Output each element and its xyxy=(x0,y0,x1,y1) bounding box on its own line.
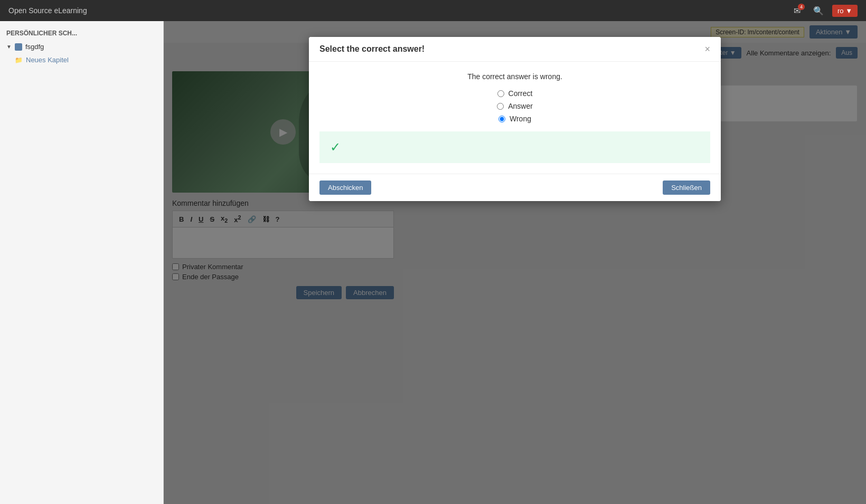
radio-correct[interactable] xyxy=(497,90,504,97)
option-answer[interactable]: Answer xyxy=(497,102,533,110)
option-correct-label: Correct xyxy=(509,89,533,98)
radio-answer[interactable] xyxy=(497,103,504,110)
doc-icon xyxy=(15,43,22,51)
sidebar-item-fsgdfg[interactable]: ▼ fsgdfg xyxy=(0,40,163,53)
sidebar-link-neues-kapitel[interactable]: Neues Kapitel xyxy=(26,56,69,64)
search-icon: 🔍 xyxy=(813,6,824,15)
sidebar-header: PERSÖNLICHER SCH... xyxy=(0,26,163,40)
modal-overlay: Select the correct answer! × The correct… xyxy=(164,21,866,504)
option-wrong[interactable]: Wrong xyxy=(498,115,531,123)
top-nav: Open Source eLearning ✉ 4 🔍 ro ▼ xyxy=(0,0,866,21)
app-title: Open Source eLearning xyxy=(8,6,87,15)
mail-button[interactable]: ✉ 4 xyxy=(789,4,805,18)
sidebar-item-neues-kapitel[interactable]: 📁 Neues Kapitel xyxy=(0,53,163,66)
check-icon: ✓ xyxy=(330,140,341,155)
option-correct[interactable]: Correct xyxy=(497,89,533,98)
radio-wrong[interactable] xyxy=(498,116,505,122)
mail-badge: 4 xyxy=(798,4,805,10)
modal-body: The correct answer is wrong. Correct Ans… xyxy=(309,62,721,174)
result-box: ✓ xyxy=(319,131,710,163)
modal-subtitle: The correct answer is wrong. xyxy=(319,72,710,81)
option-answer-label: Answer xyxy=(508,102,533,110)
content-area: Screen-ID: lm/content/content Aktionen ▼… xyxy=(164,21,866,504)
folder-icon: 📁 xyxy=(15,56,23,64)
top-nav-right: ✉ 4 🔍 ro ▼ xyxy=(789,4,858,18)
user-button[interactable]: ro ▼ xyxy=(832,5,858,17)
user-dropdown-icon: ▼ xyxy=(845,7,852,15)
schliessen-button[interactable]: Schließen xyxy=(663,180,710,195)
sidebar: PERSÖNLICHER SCH... ▼ fsgdfg 📁 Neues Kap… xyxy=(0,21,164,504)
abschicken-button[interactable]: Abschicken xyxy=(319,180,371,195)
main-area: PERSÖNLICHER SCH... ▼ fsgdfg 📁 Neues Kap… xyxy=(0,21,866,504)
option-wrong-label: Wrong xyxy=(510,115,531,123)
modal-header: Select the correct answer! × xyxy=(309,37,721,62)
modal-dialog: Select the correct answer! × The correct… xyxy=(309,37,721,201)
modal-title: Select the correct answer! xyxy=(319,44,425,54)
modal-radio-group: Correct Answer Wrong xyxy=(319,89,710,123)
sidebar-item-label-fsgdfg: fsgdfg xyxy=(25,43,44,51)
modal-close-button[interactable]: × xyxy=(704,44,710,54)
modal-footer: Abschicken Schließen xyxy=(309,174,721,201)
search-button[interactable]: 🔍 xyxy=(809,4,828,18)
tree-expand-icon: ▼ xyxy=(6,44,12,50)
user-label: ro xyxy=(837,7,844,15)
